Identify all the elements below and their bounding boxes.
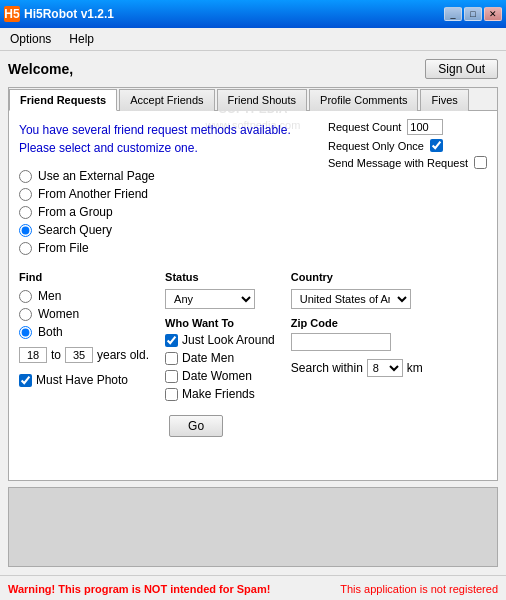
age-row: to years old. <box>19 347 149 363</box>
go-button[interactable]: Go <box>169 415 223 437</box>
country-select[interactable]: United States of Ameri Canada United Kin… <box>291 289 411 309</box>
status-title: Status <box>165 271 275 283</box>
request-count-label: Request Count <box>328 121 401 133</box>
find-title: Find <box>19 271 149 283</box>
app-icon: H5 <box>4 6 20 22</box>
tab-profile-comments[interactable]: Profile Comments <box>309 89 418 111</box>
welcome-text: Welcome, <box>8 61 73 77</box>
welcome-row: Welcome, Sign Out <box>8 59 498 79</box>
zip-label: Zip Code <box>291 317 423 329</box>
method-file: From File <box>19 241 487 255</box>
request-only-once-label: Request Only Once <box>328 140 424 152</box>
radio-file[interactable] <box>19 242 32 255</box>
title-bar: H5 Hi5Robot v1.2.1 _ □ ✕ <box>0 0 506 28</box>
menu-help[interactable]: Help <box>65 30 98 48</box>
radio-men[interactable] <box>19 290 32 303</box>
radio-both[interactable] <box>19 326 32 339</box>
minimize-button[interactable]: _ <box>444 7 462 21</box>
app-title: Hi5Robot v1.2.1 <box>24 7 114 21</box>
send-message-label: Send Message with Request <box>328 157 468 169</box>
radio-external-page[interactable] <box>19 170 32 183</box>
method-radio-group: Use an External Page From Another Friend… <box>19 169 487 255</box>
age-to-input[interactable] <box>65 347 93 363</box>
request-options: Request Count Request Only Once Send Mes… <box>328 119 487 169</box>
tab-fives[interactable]: Fives <box>420 89 468 111</box>
radio-search-query[interactable] <box>19 224 32 237</box>
status-column: Status Any Single In a Relationship Marr… <box>165 271 275 470</box>
zip-input[interactable] <box>291 333 391 351</box>
tab-accept-friends[interactable]: Accept Friends <box>119 89 214 111</box>
country-title: Country <box>291 271 423 283</box>
status-bar: Warning! This program is NOT intended fo… <box>0 575 506 600</box>
find-column: Find Men Women Both to <box>19 271 149 470</box>
radio-women[interactable] <box>19 308 32 321</box>
registration-text: This application is not registered <box>340 583 498 595</box>
menu-bar: Options Help <box>0 28 506 51</box>
tabs-row: Friend Requests Accept Friends Friend Sh… <box>9 88 497 111</box>
method-external-page: Use an External Page <box>19 169 487 183</box>
want-just-look-checkbox[interactable] <box>165 334 178 347</box>
tab-friend-shouts[interactable]: Friend Shouts <box>217 89 307 111</box>
radio-another-friend[interactable] <box>19 188 32 201</box>
country-column: Country United States of Ameri Canada Un… <box>291 271 423 470</box>
method-group: From a Group <box>19 205 487 219</box>
who-want-label: Who Want To <box>165 317 275 329</box>
want-date-women-checkbox[interactable] <box>165 370 178 383</box>
method-search-query: Search Query <box>19 223 487 237</box>
tab-content: Request Count Request Only Once Send Mes… <box>9 111 497 480</box>
request-only-once-checkbox[interactable] <box>430 139 443 152</box>
warning-text: Warning! This program is NOT intended fo… <box>8 583 270 595</box>
must-photo-row: Must Have Photo <box>19 373 149 387</box>
must-have-photo-checkbox[interactable] <box>19 374 32 387</box>
send-message-checkbox[interactable] <box>474 156 487 169</box>
age-from-input[interactable] <box>19 347 47 363</box>
tab-friend-requests[interactable]: Friend Requests <box>9 89 117 111</box>
main-content: SOFTPEDIA www.softpedia.com Welcome, Sig… <box>0 51 506 575</box>
search-within-select[interactable]: 8 10 20 50 100 <box>367 359 403 377</box>
close-button[interactable]: ✕ <box>484 7 502 21</box>
sign-out-button[interactable]: Sign Out <box>425 59 498 79</box>
menu-options[interactable]: Options <box>6 30 55 48</box>
preview-area <box>8 487 498 567</box>
maximize-button[interactable]: □ <box>464 7 482 21</box>
search-section: Find Men Women Both to <box>19 271 487 470</box>
radio-group[interactable] <box>19 206 32 219</box>
want-date-men-checkbox[interactable] <box>165 352 178 365</box>
tabs-container: Friend Requests Accept Friends Friend Sh… <box>8 87 498 481</box>
window-controls: _ □ ✕ <box>444 7 502 21</box>
want-make-friends-checkbox[interactable] <box>165 388 178 401</box>
request-count-input[interactable] <box>407 119 443 135</box>
search-within-row: Search within 8 10 20 50 100 km <box>291 359 423 377</box>
status-select[interactable]: Any Single In a Relationship Married <box>165 289 255 309</box>
method-another-friend: From Another Friend <box>19 187 487 201</box>
